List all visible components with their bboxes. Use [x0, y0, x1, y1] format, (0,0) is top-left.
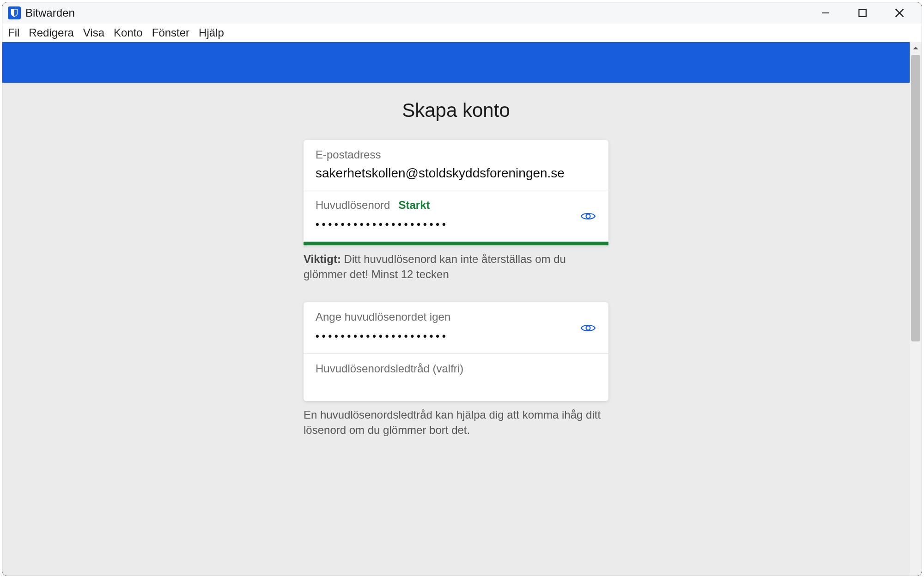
content-area: Skapa konto E-postadress sakerhetskollen… — [2, 42, 910, 576]
password-strength-bar — [304, 242, 608, 245]
credentials-card: E-postadress sakerhetskollen@stoldskydds… — [304, 140, 608, 245]
app-logo-icon — [8, 6, 21, 19]
password-label-row: Huvudlösenord Starkt — [316, 199, 596, 212]
page-title: Skapa konto — [402, 99, 510, 122]
titlebar: Bitwarden — [2, 2, 922, 24]
minimize-button[interactable] — [815, 3, 836, 23]
content-wrap: Skapa konto E-postadress sakerhetskollen… — [2, 42, 922, 576]
vertical-scrollbar[interactable] — [910, 42, 922, 576]
password-section: Huvudlösenord Starkt •••••••••••••••••••… — [304, 190, 608, 242]
menubar: Fil Redigera Visa Konto Fönster Hjälp — [2, 24, 922, 42]
toggle-password-visibility-icon[interactable] — [580, 208, 596, 225]
svg-rect-1 — [859, 9, 866, 16]
menu-window[interactable]: Fönster — [152, 26, 189, 39]
menu-help[interactable]: Hjälp — [199, 26, 224, 39]
password-strength: Starkt — [398, 199, 430, 212]
svg-point-5 — [586, 326, 590, 330]
header-band — [2, 42, 910, 83]
scroll-up-icon[interactable] — [910, 42, 922, 54]
menu-account[interactable]: Konto — [114, 26, 143, 39]
confirm-section: Ange huvudlösenordet igen ••••••••••••••… — [304, 302, 608, 353]
password-field[interactable]: ••••••••••••••••••••• — [316, 216, 596, 232]
menu-view[interactable]: Visa — [83, 26, 104, 39]
svg-point-4 — [586, 214, 590, 218]
toggle-confirm-visibility-icon[interactable] — [580, 320, 596, 336]
email-field[interactable]: sakerhetskollen@stoldskyddsforeningen.se — [316, 166, 596, 181]
menu-file[interactable]: Fil — [8, 26, 19, 39]
scroll-thumb[interactable] — [911, 55, 920, 341]
hint-field[interactable] — [316, 375, 596, 380]
app-window: Bitwarden Fil Redigera Visa Konto Fönste… — [2, 2, 922, 576]
window-controls — [815, 3, 919, 23]
confirm-label: Ange huvudlösenordet igen — [316, 310, 596, 323]
hint-section: Huvudlösenordsledtråd (valfri) — [304, 353, 608, 401]
password-label: Huvudlösenord — [316, 199, 390, 212]
menu-edit[interactable]: Redigera — [29, 26, 73, 39]
hint-label: Huvudlösenordsledtråd (valfri) — [316, 362, 596, 375]
important-label: Viktigt: — [304, 253, 341, 265]
titlebar-left: Bitwarden — [8, 6, 75, 19]
email-section: E-postadress sakerhetskollen@stoldskydds… — [304, 140, 608, 190]
confirm-password-field[interactable]: ••••••••••••••••••••• — [316, 328, 596, 344]
hint-help-text: En huvudlösenordsledtråd kan hjälpa dig … — [304, 408, 608, 438]
app-title: Bitwarden — [25, 6, 75, 19]
password-important-note: Viktigt: Ditt huvudlösenord kan inte åte… — [304, 252, 608, 282]
page-body: Skapa konto E-postadress sakerhetskollen… — [2, 83, 910, 438]
email-label: E-postadress — [316, 148, 596, 161]
confirm-card: Ange huvudlösenordet igen ••••••••••••••… — [304, 302, 608, 401]
important-text: Ditt huvudlösenord kan inte återställas … — [304, 253, 566, 280]
close-button[interactable] — [889, 3, 910, 23]
maximize-button[interactable] — [852, 3, 873, 23]
